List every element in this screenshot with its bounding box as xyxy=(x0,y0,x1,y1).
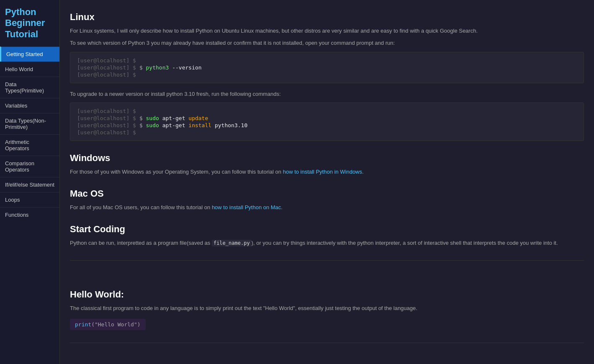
prompt: [user@localhost] $ xyxy=(77,57,136,64)
code-line: [user@localhost] $ $ python3 --version xyxy=(77,64,577,71)
dollar-sign: $ xyxy=(139,122,146,128)
code-line: [user@localhost] $ xyxy=(77,108,577,114)
divider-1 xyxy=(70,260,584,261)
start-coding-heading: Start Coding xyxy=(70,224,584,235)
sidebar-item-getting-started[interactable]: Getting Started xyxy=(0,46,59,62)
sidebar-item-arithmetic-operators[interactable]: Arithmetic Operators xyxy=(0,134,59,156)
linux-desc2: To see which version of Python 3 you may… xyxy=(70,39,584,48)
print-function: print xyxy=(75,321,91,328)
sidebar: Python Beginner Tutorial Getting Started… xyxy=(0,0,60,364)
linux-heading: Linux xyxy=(70,12,584,23)
cmd-pkg: python3.10 xyxy=(211,122,247,128)
sidebar-item-data-types-primitive[interactable]: Data Types(Primitive) xyxy=(0,77,59,98)
cmd-args: apt-get xyxy=(159,115,188,121)
prompt: [user@localhost] $ xyxy=(77,72,136,78)
macos-desc: For all of you Mac OS users, you can fol… xyxy=(70,203,584,212)
prompt: [user@localhost] $ xyxy=(77,122,136,128)
macos-link[interactable]: how to install Python on Mac xyxy=(212,204,281,210)
code-line: [user@localhost] $ xyxy=(77,57,577,64)
nav-list: Getting StartedHello WorldData Types(Pri… xyxy=(0,46,59,222)
prompt: [user@localhost] $ xyxy=(77,108,136,114)
cmd-flag: --version xyxy=(169,64,201,71)
prompt: [user@localhost] $ xyxy=(77,64,136,71)
version-check-code: [user@localhost] $ [user@localhost] $ $ … xyxy=(70,52,584,83)
start-coding-desc: Python can be run, interpretted as a pro… xyxy=(70,239,584,248)
sudo-keyword: sudo xyxy=(146,115,159,121)
main-content: Linux For Linux systems, I will only des… xyxy=(60,0,594,364)
data-types-section: Data Types(Primitive): This section deal… xyxy=(70,356,584,364)
linux-upgrade-desc: To upgrade to a newer version or install… xyxy=(70,90,584,99)
macos-heading: Mac OS xyxy=(70,188,584,199)
prompt: [user@localhost] $ xyxy=(77,129,136,136)
linux-desc1: For Linux systems, I will only describe … xyxy=(70,27,584,36)
windows-desc: For those of you with Windows as your Op… xyxy=(70,168,584,177)
cmd-action: update xyxy=(188,115,208,121)
dollar-sign: $ xyxy=(139,115,146,121)
string-arg: ("Hello World") xyxy=(91,321,140,328)
code-line: [user@localhost] $ $ sudo apt-get update xyxy=(77,115,577,121)
sidebar-item-if-elif-else[interactable]: If/elif/else Statement xyxy=(0,177,59,192)
filename-code: file_name.py xyxy=(212,240,252,246)
sidebar-item-hello-world[interactable]: Hello World xyxy=(0,62,59,77)
upgrade-code: [user@localhost] $ [user@localhost] $ $ … xyxy=(70,103,584,141)
sidebar-title[interactable]: Python Beginner Tutorial xyxy=(0,0,59,46)
hello-world-heading: Hello World: xyxy=(70,289,584,300)
sudo-keyword: sudo xyxy=(146,122,159,128)
sidebar-item-functions[interactable]: Functions xyxy=(0,207,59,222)
sidebar-item-comparison-operators[interactable]: Comparison Operators xyxy=(0,156,59,177)
cmd: $ sudo apt-get update xyxy=(139,115,208,121)
cmd: $ python3 --version xyxy=(139,64,202,71)
cmd-action: install xyxy=(188,122,211,128)
hello-world-section: Hello World: The classical first program… xyxy=(70,273,584,330)
cmd-keyword: python3 xyxy=(146,64,169,71)
windows-link[interactable]: how to install Python in Windows xyxy=(283,169,362,175)
hello-world-desc: The classical first program to code in a… xyxy=(70,304,584,313)
dollar-sign: $ xyxy=(139,64,146,71)
divider-2 xyxy=(70,343,584,343)
cmd-args: apt-get xyxy=(159,122,188,128)
windows-heading: Windows xyxy=(70,153,584,164)
sidebar-item-variables[interactable]: Variables xyxy=(0,98,59,113)
code-line: [user@localhost] $ $ sudo apt-get instal… xyxy=(77,122,577,128)
cmd: $ sudo apt-get install python3.10 xyxy=(139,122,247,128)
code-line: [user@localhost] $ xyxy=(77,129,577,136)
hello-world-code: print("Hello World") xyxy=(70,319,146,330)
sidebar-item-loops[interactable]: Loops xyxy=(0,192,59,207)
sidebar-item-data-types-non-primitive[interactable]: Data Types(Non-Primitive) xyxy=(0,113,59,134)
code-line: [user@localhost] $ xyxy=(77,72,577,78)
prompt: [user@localhost] $ xyxy=(77,115,136,121)
